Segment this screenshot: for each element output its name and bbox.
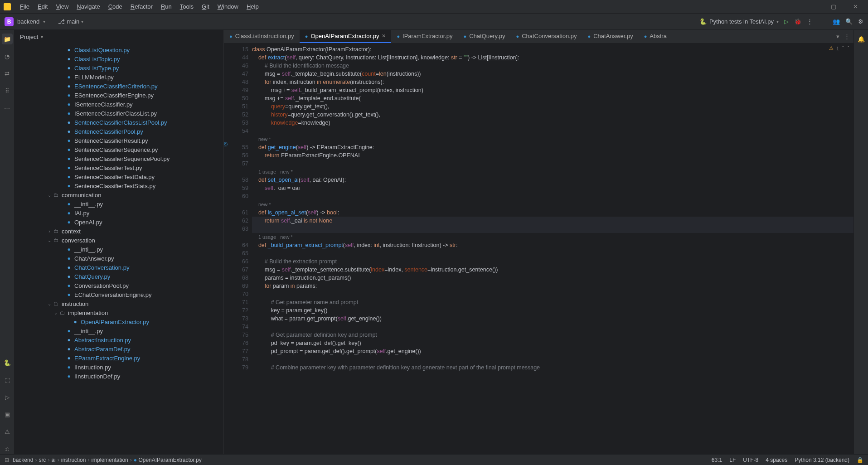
- tab-menu-icon[interactable]: ⋮: [844, 33, 850, 40]
- code-line[interactable]: # Get parameter definition key and promp…: [252, 331, 853, 339]
- tree-item[interactable]: ●ConversationPool.py: [15, 281, 223, 290]
- commit-tool-button[interactable]: ◔: [2, 51, 13, 62]
- code-line[interactable]: # Build the identification message: [252, 62, 853, 70]
- code-line[interactable]: for param in params:: [252, 282, 853, 290]
- tree-item[interactable]: ●AbstractParamDef.py: [15, 344, 223, 354]
- breadcrumb-item[interactable]: implementation: [91, 457, 128, 463]
- code-with-me-icon[interactable]: 👥: [833, 18, 840, 25]
- tree-item[interactable]: ●ISentenceClassifier.py: [15, 100, 223, 109]
- breadcrumb-item[interactable]: ● OpenAIParamExtractor.py: [134, 457, 202, 463]
- code-line[interactable]: new *: [252, 200, 853, 208]
- code-line[interactable]: def set_open_ai(self, oai: OpenAI):: [252, 176, 853, 184]
- project-badge[interactable]: B: [5, 17, 14, 26]
- code-line[interactable]: 1 usage new *: [252, 233, 853, 241]
- tree-item[interactable]: ●IAI.py: [15, 208, 223, 218]
- run-button[interactable]: ▷: [784, 18, 789, 25]
- code-line[interactable]: knowledge=knowledge): [252, 119, 853, 127]
- project-tool-button[interactable]: 📁: [2, 34, 13, 44]
- tree-item[interactable]: ⌄🗀instruction: [15, 299, 223, 308]
- tree-item[interactable]: ●__inti__.py: [15, 199, 223, 208]
- code-line[interactable]: msg += self._build_param_extract_prompt(…: [252, 86, 853, 94]
- code-line[interactable]: msg += self._template_end.substitute(: [252, 94, 853, 102]
- structure-tool-button[interactable]: ⠿: [2, 85, 13, 96]
- code-line[interactable]: [252, 127, 853, 135]
- project-panel-header[interactable]: Project ▾: [15, 30, 223, 44]
- python-console-button[interactable]: 🐍: [2, 357, 13, 368]
- menu-file[interactable]: File: [16, 1, 33, 12]
- tree-item[interactable]: ●ChatConversation.py: [15, 263, 223, 272]
- tree-item[interactable]: ●ESentenceClassifierEngine.py: [15, 91, 223, 100]
- menu-code[interactable]: Code: [105, 1, 126, 12]
- editor-tab[interactable]: ●IParamExtractor.py: [391, 30, 458, 43]
- editor-tab[interactable]: ●ChatQuery.py: [458, 30, 511, 43]
- tree-item[interactable]: ●ClassListQuestion.py: [15, 45, 223, 54]
- tree-item[interactable]: ●SentenceClassifierResult.py: [15, 136, 223, 145]
- code-line[interactable]: what = param.get_prompt(self.get_engine(…: [252, 315, 853, 323]
- tree-item[interactable]: ●ChatQuery.py: [15, 272, 223, 281]
- code-line[interactable]: def is_open_ai_set(self) -> bool:: [252, 208, 853, 217]
- services-tool-button[interactable]: ▷: [2, 392, 13, 402]
- tree-item[interactable]: ●ClassListTopic.py: [15, 54, 223, 63]
- code-line[interactable]: class OpenAIParamExtractor(IParamExtract…: [252, 45, 853, 53]
- code-line[interactable]: # Get parameter name and prompt: [252, 298, 853, 306]
- tree-item[interactable]: ⌄🗀communication: [15, 190, 223, 199]
- code-line[interactable]: 💡 return self._oai is not None: [252, 217, 853, 225]
- pull-requests-tool-button[interactable]: ⇄: [2, 68, 13, 79]
- code-line[interactable]: for index, instruction in enumerate(inst…: [252, 78, 853, 86]
- code-line[interactable]: # Combine parameter key with parameter d…: [252, 363, 853, 372]
- nav-icon[interactable]: ⊟: [5, 457, 9, 463]
- tree-item[interactable]: ●ELLMModel.py: [15, 73, 223, 82]
- terminal-tool-button[interactable]: ▣: [2, 409, 13, 420]
- file-encoding[interactable]: UTF-8: [743, 457, 758, 463]
- tree-item[interactable]: ●__inti__.py: [15, 245, 223, 254]
- breadcrumbs[interactable]: backend›src›ai›instruction›implementatio…: [13, 457, 202, 463]
- tree-item[interactable]: ●ISentenceClassifierClassList.py: [15, 109, 223, 118]
- chevron-down-icon[interactable]: ▾: [836, 33, 839, 40]
- prev-highlight-icon[interactable]: ˄: [842, 45, 844, 51]
- code-line[interactable]: pd_key = param.get_def().get_key(): [252, 339, 853, 347]
- code-line[interactable]: msg = self._template_sentence.substitute…: [252, 266, 853, 274]
- code-line[interactable]: 1 usage new *: [252, 168, 853, 176]
- code-line[interactable]: [252, 355, 853, 363]
- code-line[interactable]: key = param.get_key(): [252, 306, 853, 315]
- vcs-tool-button[interactable]: ⎌: [2, 443, 13, 454]
- menu-window[interactable]: Window: [214, 1, 242, 12]
- code-line[interactable]: msg = self._template_begin.substitute(co…: [252, 70, 853, 78]
- git-branch-widget[interactable]: ⎇ main ▾: [58, 18, 83, 25]
- menu-tools[interactable]: Tools: [176, 1, 197, 12]
- tree-item[interactable]: ●AbstractInstruction.py: [15, 335, 223, 344]
- tree-item[interactable]: ●SentenceClassifierSequencePool.py: [15, 154, 223, 163]
- code-line[interactable]: [252, 323, 853, 331]
- breadcrumb-item[interactable]: instruction: [61, 457, 86, 463]
- tree-item[interactable]: ●ESentenceClassifierCriterion.py: [15, 82, 223, 91]
- tree-item[interactable]: ●IInstructionDef.py: [15, 372, 223, 381]
- code-line[interactable]: self._oai = oai: [252, 184, 853, 192]
- tree-item[interactable]: ●ClassListType.py: [15, 63, 223, 73]
- search-icon[interactable]: 🔍: [845, 18, 853, 25]
- editor-tab[interactable]: ●Abstra: [639, 30, 672, 43]
- code-line[interactable]: [252, 290, 853, 298]
- tree-item[interactable]: ›🗀context: [15, 227, 223, 236]
- notifications-tool-button[interactable]: 🔔: [856, 34, 867, 44]
- editor-tab[interactable]: ●ClassListInstruction.py: [224, 30, 300, 43]
- code-line[interactable]: [252, 249, 853, 257]
- tree-item[interactable]: ⌄🗀implementation: [15, 308, 223, 317]
- menu-help[interactable]: Help: [243, 1, 262, 12]
- readonly-lock-icon[interactable]: 🔒: [857, 457, 863, 463]
- tree-item[interactable]: ●IInstruction.py: [15, 363, 223, 372]
- code-line[interactable]: [252, 192, 853, 200]
- project-tree[interactable]: ●ClassListQuestion.py●ClassListTopic.py●…: [15, 44, 223, 454]
- menu-run[interactable]: Run: [157, 1, 175, 12]
- tree-item[interactable]: ●__inti__.py: [15, 326, 223, 335]
- tree-item[interactable]: ●ChatAnswer.py: [15, 254, 223, 263]
- editor-tab[interactable]: ●OpenAIParamExtractor.py✕: [300, 30, 392, 43]
- minimize-button[interactable]: —: [803, 0, 821, 13]
- tree-item[interactable]: ●EParamExtractEngine.py: [15, 354, 223, 363]
- menu-navigate[interactable]: Navigate: [73, 1, 103, 12]
- run-config-selector[interactable]: 🐍 Python tests in TestAI.py ▾: [699, 18, 779, 25]
- code-line[interactable]: query=query.get_text(),: [252, 102, 853, 111]
- tree-item[interactable]: ●EChatConversationEngine.py: [15, 290, 223, 299]
- close-button[interactable]: ✕: [846, 0, 864, 13]
- code-line[interactable]: def extract(self, query: ChatQuery, inst…: [252, 53, 853, 62]
- packages-tool-button[interactable]: ⬚: [2, 374, 13, 385]
